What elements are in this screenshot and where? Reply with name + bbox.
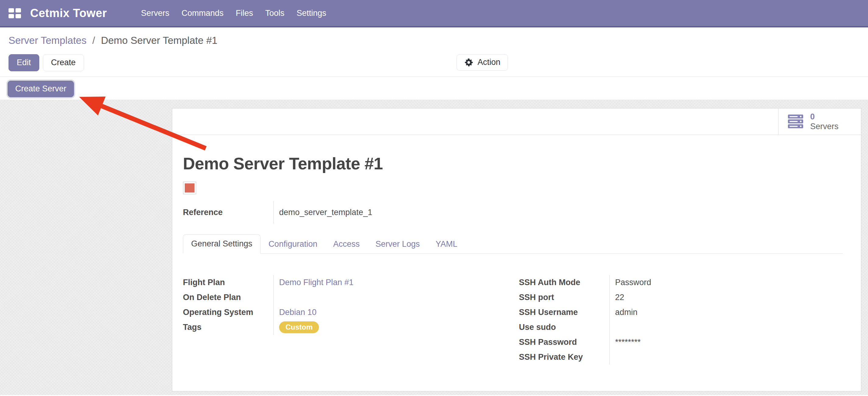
apps-grid-dot <box>8 8 14 12</box>
tab[interactable]: Server Logs <box>368 235 428 253</box>
field-row: Flight Plan Demo Flight Plan #1 <box>183 275 519 290</box>
stat-label: Servers <box>810 121 838 131</box>
field-row: SSH Auth Mode Password <box>519 275 843 290</box>
stat-text: 0 Servers <box>810 112 838 132</box>
field-row: SSH port 22 <box>519 290 843 305</box>
apps-grid-dot <box>16 14 21 18</box>
field-label: SSH port <box>519 293 609 302</box>
servers-stack-icon <box>788 114 804 129</box>
action-button-label: Action <box>477 58 500 67</box>
left-field-group: Flight Plan Demo Flight Plan #1 On Delet… <box>183 275 519 365</box>
right-field-group: SSH Auth Mode Password SSH port 22 <box>519 275 843 365</box>
reference-label: Reference <box>183 208 273 217</box>
color-swatch <box>183 181 196 194</box>
action-button[interactable]: Action <box>457 54 508 71</box>
statusbar: Create Server <box>0 77 868 100</box>
notebook-tabs: General Settings Configuration Access Se… <box>183 234 843 254</box>
main-menu: Servers Commands Files Tools Settings <box>141 8 326 18</box>
field-value: admin <box>615 308 638 317</box>
field-label: Operating System <box>183 308 273 317</box>
field-label: SSH Auth Mode <box>519 278 609 287</box>
stat-button-bar: 0 Servers <box>172 108 861 135</box>
edit-button[interactable]: Edit <box>8 54 39 71</box>
field-label: Tags <box>183 322 273 332</box>
stat-value: 0 <box>810 112 838 121</box>
sheet-body: Demo Server Template #1 Reference demo_s… <box>172 135 861 365</box>
servers-stat-button[interactable]: 0 Servers <box>778 108 861 135</box>
color-swatch-fill <box>185 183 194 193</box>
create-server-button[interactable]: Create Server <box>8 81 74 97</box>
field-value: Password <box>615 278 651 287</box>
menu-item[interactable]: Tools <box>265 8 284 18</box>
control-panel-buttons: Edit Create Action <box>0 54 868 71</box>
field-row: On Delete Plan <box>183 290 519 305</box>
field-label: SSH Username <box>519 308 609 317</box>
field-row: Use sudo <box>519 320 843 335</box>
record-title: Demo Server Template #1 <box>183 154 843 173</box>
field-value: ******** <box>615 338 641 347</box>
breadcrumb-parent[interactable]: Server Templates <box>8 35 87 46</box>
tab[interactable]: Access <box>326 235 368 253</box>
form-sheet: 0 Servers Demo Server Template #1 Refere… <box>172 108 861 391</box>
create-button[interactable]: Create <box>43 54 84 71</box>
field-label: Flight Plan <box>183 278 273 287</box>
field-row: SSH Private Key <box>519 350 843 365</box>
content-area: 0 Servers Demo Server Template #1 Refere… <box>0 100 868 395</box>
tab[interactable]: YAML <box>428 235 465 253</box>
top-navbar: Cetmix Tower Servers Commands Files Tool… <box>0 0 868 27</box>
field-row: Operating System Debian 10 <box>183 305 519 320</box>
field-row: Tags Custom <box>183 320 519 335</box>
menu-item[interactable]: Files <box>236 8 253 18</box>
field-label: Use sudo <box>519 322 609 332</box>
reference-field: Reference demo_server_template_1 <box>183 201 843 224</box>
field-row: SSH Password ******** <box>519 335 843 350</box>
apps-grid-dot <box>16 8 21 12</box>
breadcrumb: Server Templates / Demo Server Template … <box>0 27 868 46</box>
breadcrumb-separator: / <box>92 35 95 46</box>
tab[interactable]: General Settings <box>183 234 260 254</box>
field-value[interactable]: Demo Flight Plan #1 <box>279 278 354 287</box>
field-label: SSH Private Key <box>519 352 609 362</box>
tab[interactable]: Configuration <box>260 235 326 253</box>
menu-item[interactable]: Commands <box>181 8 223 18</box>
field-label: SSH Password <box>519 338 609 347</box>
menu-item[interactable]: Servers <box>141 8 169 18</box>
field-value: 22 <box>615 293 624 302</box>
field-row: SSH Username admin <box>519 305 843 320</box>
breadcrumb-current: Demo Server Template #1 <box>101 35 218 46</box>
app-brand[interactable]: Cetmix Tower <box>30 7 107 20</box>
field-label: On Delete Plan <box>183 293 273 302</box>
gear-icon <box>464 58 473 67</box>
apps-grid-icon[interactable] <box>8 8 21 18</box>
field-groups: Flight Plan Demo Flight Plan #1 On Delet… <box>183 275 843 365</box>
menu-item[interactable]: Settings <box>297 8 326 18</box>
field-value: Custom <box>279 321 319 333</box>
field-value[interactable]: Debian 10 <box>279 308 316 317</box>
apps-grid-dot <box>8 14 14 18</box>
reference-value-wrap: demo_server_template_1 <box>273 201 372 224</box>
reference-value: demo_server_template_1 <box>279 208 372 217</box>
